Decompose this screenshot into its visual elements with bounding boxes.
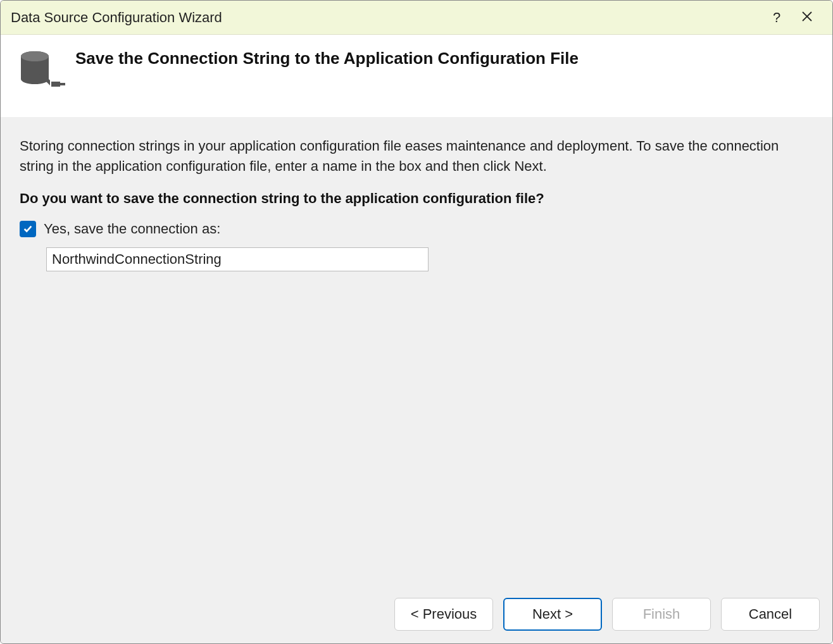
connection-name-input[interactable]: [46, 247, 429, 271]
titlebar: Data Source Configuration Wizard ?: [1, 1, 832, 35]
wizard-footer: < Previous Next > Finish Cancel: [1, 589, 832, 643]
database-icon: [18, 47, 75, 94]
save-connection-checkbox[interactable]: [20, 221, 36, 237]
intro-text: Storing connection strings in your appli…: [20, 136, 813, 176]
help-button[interactable]: ?: [761, 5, 792, 30]
wizard-dialog: Data Source Configuration Wizard ? Save …: [0, 0, 833, 644]
svg-point-5: [21, 51, 49, 61]
close-icon: [801, 9, 813, 26]
svg-rect-6: [60, 83, 65, 85]
previous-button[interactable]: < Previous: [394, 598, 493, 631]
finish-button[interactable]: Finish: [612, 598, 711, 631]
svg-point-4: [21, 74, 49, 84]
connection-name-row: [20, 247, 813, 271]
window-title: Data Source Configuration Wizard: [11, 9, 761, 26]
help-icon: ?: [773, 9, 780, 26]
check-icon: [23, 224, 33, 234]
next-button[interactable]: Next >: [503, 598, 602, 631]
page-title: Save the Connection String to the Applic…: [75, 47, 579, 68]
cancel-button[interactable]: Cancel: [721, 598, 820, 631]
close-button[interactable]: [792, 5, 822, 30]
question-text: Do you want to save the connection strin…: [20, 190, 813, 207]
save-checkbox-label: Yes, save the connection as:: [44, 221, 220, 237]
wizard-body: Storing connection strings in your appli…: [1, 117, 832, 589]
save-checkbox-row: Yes, save the connection as:: [20, 221, 813, 237]
wizard-header: Save the Connection String to the Applic…: [1, 35, 832, 117]
